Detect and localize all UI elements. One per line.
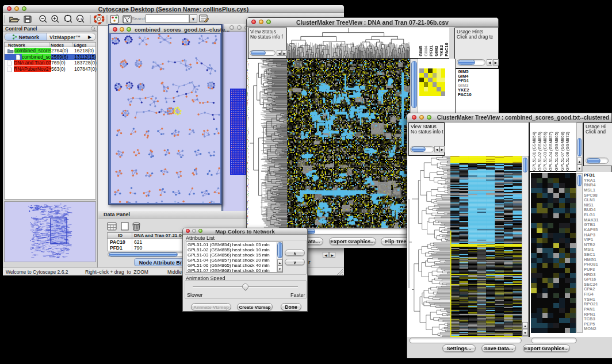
svg-text:1:1: 1:1 xyxy=(78,17,83,21)
